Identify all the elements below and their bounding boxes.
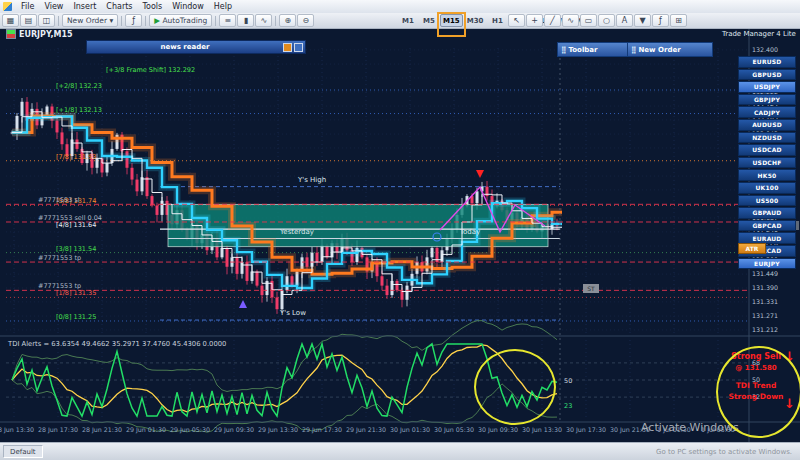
floating-new-order-title: New Order <box>638 46 680 54</box>
candlestick-icon <box>6 29 16 39</box>
pair-button-gbpcad[interactable]: GBPCAD <box>738 220 796 232</box>
menu-items: FileViewInsertChartsToolsWindowHelp <box>16 2 237 11</box>
pair-button-eurusd[interactable]: EURUSD <box>738 56 796 68</box>
expert-advisors-icon[interactable]: ƒ <box>125 14 142 27</box>
pair-button-uk100[interactable]: UK100 <box>738 182 796 194</box>
zoom-out-icon[interactable]: ⊖ <box>297 14 314 27</box>
news-reader-title: news reader <box>87 43 283 51</box>
detach-icon[interactable] <box>294 43 303 52</box>
profiles-icon[interactable]: ▤ <box>20 14 37 27</box>
menu-help[interactable]: Help <box>209 2 237 11</box>
autotrading-label: AutoTrading <box>162 17 207 25</box>
candlestick-chart-icon[interactable]: ▮ <box>237 14 254 27</box>
app-logo-icon <box>3 2 12 11</box>
market-watch-icon[interactable]: ◫ <box>38 14 55 27</box>
grip-icon: ⣿ <box>631 46 636 54</box>
menu-charts[interactable]: Charts <box>101 2 137 11</box>
chart-window[interactable] <box>0 27 800 443</box>
timeframe-H1[interactable]: H1 <box>487 14 507 27</box>
new-chart-icon[interactable]: ▦ <box>2 14 19 27</box>
floating-new-order-window[interactable]: ⣿ New Order <box>627 42 713 57</box>
status-profile[interactable]: Default <box>3 445 43 458</box>
timeframe-M15[interactable]: M15 <box>440 14 463 27</box>
down-arrow-icon: ↓ <box>784 396 795 411</box>
pair-button-gbpaud[interactable]: GBPAUD <box>738 207 796 219</box>
pair-panel: EURUSDGBPUSDUSDJPYGBPJPYCADJPYAUDUSDNZDU… <box>738 56 796 270</box>
menu-view[interactable]: View <box>39 2 68 11</box>
atr-button[interactable]: ATR <box>738 243 766 254</box>
signal-tdi-trend: TDI Trend <box>720 381 792 390</box>
trade-manager-title: Trade Manager 4 Lite <box>722 30 796 38</box>
pair-button-usdjpy[interactable]: USDJPY <box>738 81 796 93</box>
pair-button-eurjpy[interactable]: EURJPY <box>738 258 796 270</box>
chevron-down-icon: ▾ <box>109 17 113 25</box>
signal-price: @ 131.580 <box>720 364 792 372</box>
bar-chart-icon[interactable]: ≡ <box>219 14 236 27</box>
signal-strong-sell: Strong Sell <box>720 352 792 361</box>
toolbar-separator <box>215 16 216 26</box>
timeframe-M1[interactable]: M1 <box>398 14 418 27</box>
floating-toolbar-title: Toolbar <box>568 46 597 54</box>
news-reader-bar[interactable]: news reader <box>86 40 306 54</box>
chart-symbol-title: EURJPY,M15 <box>6 29 73 39</box>
timeframe-M30[interactable]: M30 <box>464 14 487 27</box>
signal-box: Strong Sell @ 131.580 TDI Trend Strong D… <box>720 352 792 401</box>
autotrading-button[interactable]: ▶ AutoTrading <box>149 14 212 27</box>
play-icon: ▶ <box>154 17 160 25</box>
main-toolbar: ▦▤◫ New Order ▾ ƒ ▶ AutoTrading ≡▮∿ ⊕⊖ M… <box>0 13 800 29</box>
line-chart-icon[interactable]: ∿ <box>255 14 272 27</box>
toolbar-separator <box>145 16 146 26</box>
st-button[interactable]: ST <box>583 284 599 293</box>
pair-button-gbpjpy[interactable]: GBPJPY <box>738 94 796 106</box>
menu-bar: FileViewInsertChartsToolsWindowHelp <box>0 0 800 14</box>
pair-button-gbpusd[interactable]: GBPUSD <box>738 69 796 81</box>
pair-button-audusd[interactable]: AUDUSD <box>738 119 796 131</box>
pair-button-cadjpy[interactable]: CADJPY <box>738 106 796 118</box>
symbol-period-label: EURJPY,M15 <box>19 30 73 39</box>
drawing-toolbar: ↖+╱∿▭○A▼ƒ⊞ <box>508 14 687 27</box>
pair-button-hk50[interactable]: HK50 <box>738 169 796 181</box>
signal-strong-down: Strong Down <box>720 392 792 401</box>
ellipse-icon[interactable]: ○ <box>598 14 615 27</box>
crosshair-icon[interactable]: + <box>526 14 543 27</box>
timeframe-M5[interactable]: M5 <box>419 14 439 27</box>
grip-icon: ⣿ <box>561 46 566 54</box>
text-icon[interactable]: A <box>616 14 633 27</box>
toolbar-separator <box>58 16 59 26</box>
pair-button-usdcad[interactable]: USDCAD <box>738 144 796 156</box>
toolbar-separator <box>121 16 122 26</box>
arrow-icon[interactable]: ▼ <box>634 14 651 27</box>
menu-window[interactable]: Window <box>167 2 209 11</box>
grid-icon[interactable]: ⊞ <box>670 14 687 27</box>
mt4-window: FileViewInsertChartsToolsWindowHelp ▦▤◫ … <box>0 0 800 460</box>
activate-windows-hint: Go to PC settings to activate Windows. <box>656 448 792 456</box>
new-order-label: New Order <box>67 17 107 25</box>
rectangle-icon[interactable]: ▭ <box>580 14 597 27</box>
trendline-icon[interactable]: ╱ <box>544 14 561 27</box>
pair-button-us500[interactable]: US500 <box>738 195 796 207</box>
cursor-icon[interactable]: ↖ <box>508 14 525 27</box>
news-icon[interactable] <box>283 43 292 52</box>
new-order-button[interactable]: New Order ▾ <box>62 14 118 27</box>
floating-toolbar-window[interactable]: ⣿ Toolbar <box>557 42 629 57</box>
pair-button-usdchf[interactable]: USDCHF <box>738 157 796 169</box>
menu-file[interactable]: File <box>16 2 39 11</box>
zoom-in-icon[interactable]: ⊕ <box>279 14 296 27</box>
pair-button-nzdusd[interactable]: NZDUSD <box>738 132 796 144</box>
menu-tools[interactable]: Tools <box>137 2 167 11</box>
status-bar: Default Go to PC settings to activate Wi… <box>0 442 800 460</box>
indicators-icon[interactable]: ƒ <box>652 14 669 27</box>
channel-icon[interactable]: ∿ <box>562 14 579 27</box>
activate-windows-watermark: Activate Windows <box>641 421 739 434</box>
down-arrow-icon: ↓ <box>784 349 795 364</box>
toolbar-separator <box>275 16 276 26</box>
menu-insert[interactable]: Insert <box>68 2 101 11</box>
